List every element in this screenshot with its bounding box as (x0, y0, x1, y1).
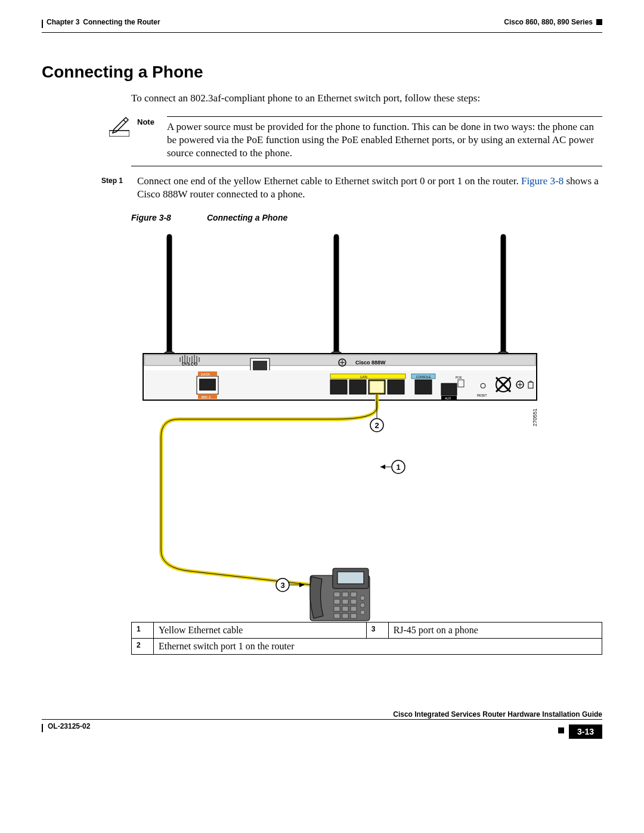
note-label: Note (137, 116, 161, 126)
legend-text: Ethernet switch port 1 on the router (154, 639, 602, 655)
svg-rect-68 (334, 592, 340, 597)
note-text: A power source must be provided for the … (167, 120, 602, 160)
svg-text:DATA: DATA (201, 373, 210, 376)
guide-title: Cisco Integrated Services Router Hardwar… (393, 710, 602, 719)
svg-text:2: 2 (374, 421, 379, 430)
svg-rect-74 (334, 606, 340, 611)
page-footer: Cisco Integrated Services Router Hardwar… (42, 708, 602, 739)
svg-rect-70 (351, 592, 357, 597)
figure-link[interactable]: Figure 3-8 (521, 175, 564, 187)
svg-rect-69 (342, 592, 348, 597)
svg-rect-3 (167, 234, 172, 354)
svg-rect-34 (330, 374, 405, 379)
intro-text: To connect an 802.3af-compliant phone to… (131, 92, 602, 104)
table-row: 1 Yellow Ethernet cable 3 RJ-45 port on … (132, 623, 602, 639)
legend-text: Yellow Ethernet cable (154, 623, 367, 639)
table-row: 2 Ethernet switch port 1 on the router (132, 639, 602, 655)
svg-point-80 (360, 596, 365, 600)
svg-rect-39 (388, 380, 404, 394)
legend-text: RJ-45 port on a phone (388, 623, 602, 639)
legend-num: 3 (366, 623, 388, 639)
svg-text:LAN: LAN (360, 375, 367, 379)
svg-marker-62 (380, 465, 385, 469)
svg-text:3: 3 (280, 581, 284, 590)
svg-text:1: 1 (396, 463, 400, 472)
square-marker-icon (558, 727, 564, 733)
svg-rect-43 (415, 380, 432, 394)
svg-rect-22 (253, 361, 267, 370)
svg-rect-73 (351, 599, 357, 604)
svg-rect-67 (338, 572, 364, 584)
svg-rect-79 (351, 614, 357, 618)
legend-table: 1 Yellow Ethernet cable 3 RJ-45 port on … (131, 622, 602, 655)
svg-rect-7 (501, 234, 506, 354)
figure-caption: Figure 3-8Connecting a Phone (131, 213, 602, 222)
svg-text:270551: 270551 (532, 408, 538, 426)
svg-rect-29 (199, 379, 216, 391)
svg-rect-76 (351, 606, 357, 611)
svg-text:POE: POE (456, 376, 462, 379)
svg-point-81 (360, 603, 365, 608)
svg-text:RESET: RESET (477, 394, 487, 397)
svg-text:Cisco 888W: Cisco 888W (355, 360, 386, 366)
svg-rect-75 (342, 606, 348, 611)
svg-point-82 (360, 610, 365, 615)
svg-rect-78 (342, 614, 348, 618)
figure-diagram: CISCO Cisco 888W (131, 228, 602, 622)
step-label: Step 1 (101, 175, 137, 185)
svg-rect-36 (330, 380, 347, 394)
svg-rect-40 (370, 381, 384, 393)
svg-rect-72 (342, 599, 348, 604)
page-title: Connecting a Phone (42, 63, 602, 82)
note-pencil-icon (109, 116, 129, 137)
svg-rect-5 (334, 234, 339, 354)
chapter-title: Connecting the Router (83, 18, 160, 26)
svg-rect-44 (441, 383, 457, 395)
page-number: 3-13 (569, 724, 602, 739)
svg-text:AUX: AUX (445, 397, 451, 400)
svg-text:CISCO: CISCO (182, 362, 198, 366)
page-header: Chapter 3 Connecting the Router Cisco 86… (42, 18, 602, 26)
svg-rect-71 (334, 599, 340, 604)
svg-text:CONSOLE: CONSOLE (416, 375, 431, 379)
chapter-label: Chapter 3 (47, 18, 79, 26)
step-text: Connect one end of the yellow Ethernet c… (137, 175, 602, 201)
square-marker-icon (596, 19, 602, 25)
legend-num: 2 (132, 639, 154, 655)
series-label: Cisco 860, 880, 890 Series (504, 18, 593, 26)
svg-rect-37 (349, 380, 366, 394)
doc-number: OL-23125-02 (48, 722, 90, 730)
svg-line-2 (123, 120, 126, 122)
svg-text:BRI 2: BRI 2 (202, 395, 211, 399)
svg-rect-77 (334, 614, 340, 618)
legend-num: 1 (132, 623, 154, 639)
